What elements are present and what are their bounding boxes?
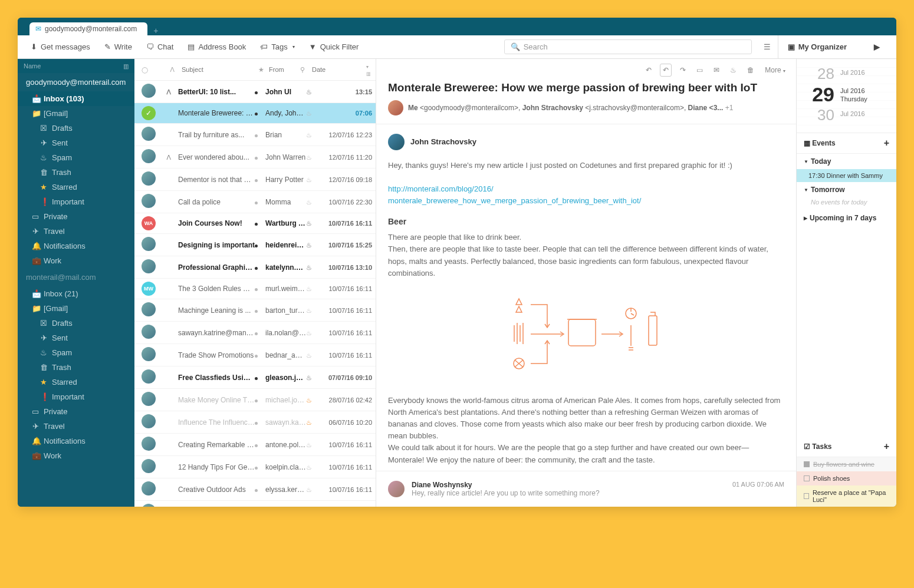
delete-icon[interactable]: 🗑: [745, 64, 757, 76]
col-attach[interactable]: 𐌡: [166, 66, 178, 74]
tags-button[interactable]: 🏷Tags▾: [254, 40, 300, 54]
folder-item[interactable]: ♨Spam: [18, 345, 134, 360]
tomorrow-section[interactable]: ▼Tomorrow: [797, 182, 896, 197]
message-row[interactable]: Designing is importantheidenreich.din@ya…: [134, 234, 376, 256]
message-row[interactable]: Free Classfieds Using Th...gleason.jesse…: [134, 366, 376, 389]
message-row[interactable]: MWThe 3 Golden Rules Proff...murl.weiman…: [134, 279, 376, 299]
archive-icon[interactable]: ▭: [694, 64, 705, 76]
message-row[interactable]: Influence The Influence...sawayn.katrine…: [134, 411, 376, 434]
folder-item[interactable]: ☒Drafts: [18, 121, 134, 136]
message-row[interactable]: Trade Show Promotionsbednar_august@hende…: [134, 344, 376, 366]
folder-item[interactable]: ▭Private: [18, 209, 134, 224]
message-row[interactable]: Trail by furniture as...Brian♨12/07/16 1…: [134, 124, 376, 146]
organizer-toggle[interactable]: ▣ My Organizer ▶: [778, 35, 889, 58]
quick-filter-button[interactable]: ▼Quick Filter: [303, 40, 365, 54]
folder-item[interactable]: 🔔Notifications: [18, 434, 134, 448]
message-row[interactable]: Machinge Leaning is ...barton_turner@eff…: [134, 299, 376, 322]
search-input[interactable]: 🔍 Search: [504, 39, 752, 54]
message-row[interactable]: Make Money Online Thr...michael.johnsonn…: [134, 389, 376, 411]
link[interactable]: http://monterail.com/blog/2016/: [388, 184, 494, 193]
calendar-day[interactable]: 29Jul 2016Thursday: [797, 83, 896, 106]
message-row[interactable]: sawayn.katrine@manley...ila.nolan@yahoo.…: [134, 322, 376, 344]
folder-item[interactable]: 🔔Notifications: [18, 239, 134, 253]
task-item[interactable]: Polish shoes: [797, 471, 896, 485]
folder-item[interactable]: ☒Drafts: [18, 316, 134, 331]
folder-item[interactable]: ★Starred: [18, 180, 134, 194]
col-date[interactable]: Date: [308, 66, 363, 73]
add-task-button[interactable]: +: [884, 441, 889, 452]
message-row[interactable]: Marchine Learning is ...cameron.mohr@ari…: [134, 501, 376, 507]
folder-item[interactable]: 🗑Trash: [18, 165, 134, 180]
col-star[interactable]: ★: [255, 66, 265, 74]
message-row[interactable]: WAJoin Courses Now!Wartburg Academy♨10/0…: [134, 213, 376, 234]
folder-label: Inbox (103): [44, 94, 84, 103]
folder-item[interactable]: 📁[Gmail]: [18, 301, 134, 316]
subject: Creative Outdoor Ads: [178, 485, 255, 494]
junk-icon[interactable]: ✉: [711, 64, 722, 76]
message-row[interactable]: 𐌡BetterUI: 10 list...John UI♨13:15: [134, 81, 376, 103]
folder-item[interactable]: ❗Important: [18, 389, 134, 404]
write-button[interactable]: ✎Write: [98, 40, 138, 54]
folder-item[interactable]: 📩Inbox (21): [18, 286, 134, 301]
reply-preview[interactable]: Diane Woshynsky Hey, really nice article…: [376, 471, 796, 507]
menu-button[interactable]: ☰: [759, 40, 775, 54]
forward-icon[interactable]: ↷: [678, 64, 688, 76]
checkbox-icon[interactable]: [804, 475, 810, 481]
col-drop[interactable]: ▾ ▥: [363, 62, 372, 77]
reply-icon[interactable]: ↶: [643, 64, 654, 76]
account-header[interactable]: monterail@mail.com: [18, 268, 134, 286]
reply-all-icon[interactable]: ↶: [660, 64, 672, 77]
folder-item[interactable]: 📁[Gmail]: [18, 106, 134, 121]
flame-icon[interactable]: ♨: [728, 64, 739, 76]
message-row[interactable]: 𐌡Ever wondered abou...John Warren♨12/07/…: [134, 146, 376, 169]
folder-item[interactable]: ✈Sent: [18, 136, 134, 150]
message-row[interactable]: 12 Handy Tips For Gener...koelpin.claudi…: [134, 456, 376, 478]
new-tab-button[interactable]: +: [147, 26, 164, 35]
folder-item[interactable]: ✈Travel: [18, 419, 134, 434]
upcoming-section[interactable]: ▶Upcoming in 7 days: [797, 210, 896, 226]
col-avatar[interactable]: ◯: [138, 66, 166, 73]
calendar-day[interactable]: 30Jul 2016: [797, 106, 896, 124]
folder-item[interactable]: 💼Work: [18, 448, 134, 463]
today-section[interactable]: ▼Today: [797, 154, 896, 169]
folder-item[interactable]: ✈Sent: [18, 331, 134, 345]
message-row[interactable]: Creative Outdoor Adselyssa.kertzmann@yah…: [134, 478, 376, 501]
message-row[interactable]: Dementor is not that badHarry Potter♨12/…: [134, 169, 376, 191]
checkbox-icon[interactable]: [804, 461, 810, 467]
message-row[interactable]: Monterale Breweree: H...Andy, John, me♨0…: [134, 103, 376, 124]
col-subject[interactable]: Subject: [178, 66, 255, 73]
chat-button[interactable]: 🗨Chat: [140, 40, 179, 54]
folder-item[interactable]: ✈Travel: [18, 224, 134, 239]
folder-item[interactable]: ▭Private: [18, 404, 134, 419]
add-event-button[interactable]: +: [884, 138, 889, 148]
trash-icon: 🗑: [40, 168, 47, 177]
col-from[interactable]: From: [265, 66, 297, 73]
unread-dot: [255, 113, 258, 115]
chevron-right-icon: ▶: [874, 42, 880, 51]
folder-item[interactable]: 💼Work: [18, 253, 134, 268]
link[interactable]: monterale_breweree_how_we_merge_passion_…: [388, 196, 641, 205]
folder-item[interactable]: 🗑Trash: [18, 360, 134, 375]
col-flame[interactable]: ⚲: [297, 66, 308, 74]
message-row[interactable]: Professional Graphic De...katelynn.shiel…: [134, 256, 376, 279]
browser-tab[interactable]: ✉ goodymoody@monterail.com: [29, 22, 147, 35]
get-messages-button[interactable]: ⬇Get messages: [25, 40, 96, 54]
more-button[interactable]: More ▾: [762, 64, 788, 76]
message-row[interactable]: Call da policeMomma♨10/07/16 22:30: [134, 191, 376, 213]
event-item[interactable]: 17:30 Dinner with Sammy: [797, 169, 896, 182]
task-item[interactable]: Buy flowers and wine: [797, 457, 896, 471]
from: Andy, John, me: [265, 109, 306, 117]
calendar-day[interactable]: 28Jul 2016: [797, 65, 896, 83]
svg-rect-3: [649, 316, 657, 345]
folder-item[interactable]: ♨Spam: [18, 150, 134, 165]
folder-item[interactable]: ★Starred: [18, 375, 134, 389]
checkbox-icon[interactable]: [804, 493, 809, 499]
message-row[interactable]: Creating Remarkable Po...antone.pollich@…: [134, 434, 376, 456]
task-item[interactable]: Reserve a place at "Papa Luci": [797, 485, 896, 507]
folder-item[interactable]: ❗Important: [18, 194, 134, 209]
address-book-button[interactable]: ▤Address Book: [182, 40, 252, 54]
account-header[interactable]: goodymoody@monterail.com: [18, 73, 134, 91]
day-label: Jul 2016: [840, 110, 865, 118]
folder-item[interactable]: 📩Inbox (103): [18, 91, 134, 106]
sidebar-layout-icon[interactable]: ▥: [123, 63, 129, 70]
